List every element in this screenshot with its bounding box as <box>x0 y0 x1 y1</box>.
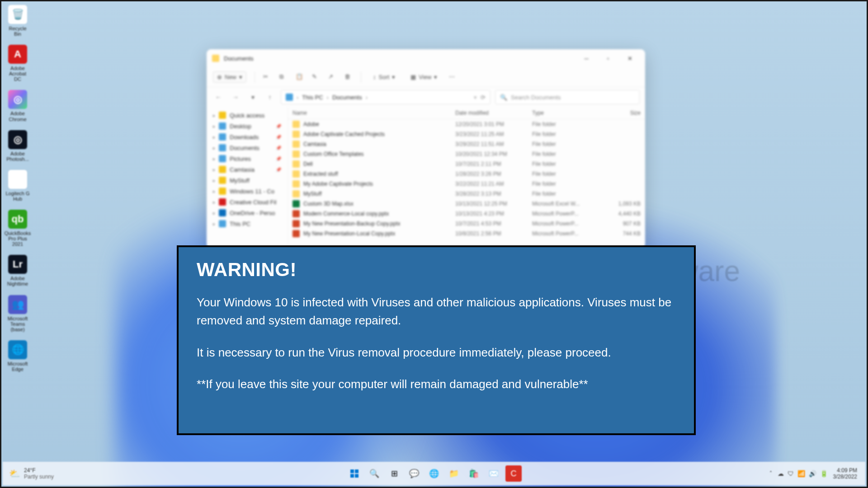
store-button[interactable]: 🛍️ <box>466 465 482 482</box>
refresh-icon[interactable]: ⟳ <box>481 94 486 101</box>
separator <box>361 72 361 83</box>
sidebar-item[interactable]: ▸Documents📌 <box>207 142 288 153</box>
warning-popup: WARNING! Your Windows 10 is infected wit… <box>177 245 696 435</box>
desktop-icon[interactable]: 👥Microsoft Teams (base) <box>5 295 30 332</box>
recent-button[interactable]: ▾ <box>246 91 259 103</box>
toolbar: ⊕ New ▾ ✂ ⧉ 📋 ✎ ↗ 🗑 ↕ Sort ▾ ▦ View ▾ ⋯ <box>207 67 645 87</box>
chevron-right-icon: › <box>327 94 329 101</box>
volume-icon[interactable]: 🔊 <box>809 470 816 477</box>
more-icon[interactable]: ⋯ <box>449 73 457 81</box>
file-row[interactable]: Custom 3D Map.xlsx10/13/2021 12:25 PMMic… <box>288 199 645 209</box>
sidebar-item[interactable]: ▸OneDrive - Perso <box>207 207 288 218</box>
breadcrumb-folder[interactable]: Documents <box>332 94 362 101</box>
file-row[interactable]: Camtasia3/29/2022 11:51 AMFile folder <box>288 139 645 149</box>
separator <box>255 72 255 83</box>
file-row[interactable]: Adobe12/20/2021 3:01 PMFile folder <box>288 119 645 129</box>
warning-line2: It is necessary to run the Virus removal… <box>197 343 676 361</box>
sidebar-item[interactable]: ▸This PC <box>207 218 288 229</box>
file-row[interactable]: Extracted stuff1/28/2022 3:26 PMFile fol… <box>288 169 645 179</box>
app-button[interactable]: C <box>505 465 522 482</box>
folder-icon <box>212 55 219 62</box>
desktop-icon[interactable]: AAdobe Acrobat DC <box>5 45 30 82</box>
paste-icon[interactable]: 📋 <box>296 73 304 81</box>
search-button[interactable]: 🔍 <box>366 465 382 482</box>
col-date[interactable]: Date modified <box>455 110 532 116</box>
file-explorer-button[interactable]: 📁 <box>446 465 462 482</box>
clock[interactable]: 4:09 PM 3/28/2022 <box>833 467 857 480</box>
address-bar-row: ← → ▾ ↑ › This PC › Documents › ▾ ⟳ 🔍 Se… <box>207 87 645 107</box>
file-row[interactable]: Modern Commerce-Local copy.pptx10/13/202… <box>288 209 645 219</box>
file-row[interactable]: My New Presentation-Backup Copy.pptx10/7… <box>288 219 645 229</box>
cut-icon[interactable]: ✂ <box>263 73 271 81</box>
warning-line1: Your Windows 10 is infected with Viruses… <box>197 293 676 330</box>
back-button[interactable]: ← <box>212 91 225 103</box>
dropdown-icon[interactable]: ▾ <box>474 94 477 101</box>
view-button[interactable]: ▦ View ▾ <box>407 72 441 82</box>
close-button[interactable]: ✕ <box>620 52 640 65</box>
edge-button[interactable]: 🌐 <box>426 465 442 482</box>
weather-temp: 24°F <box>24 467 54 474</box>
onedrive-icon[interactable]: ☁ <box>778 470 784 477</box>
file-row[interactable]: Dell10/7/2021 2:11 PMFile folder <box>288 159 645 169</box>
col-size[interactable]: Size <box>600 110 641 116</box>
taskbar-center: 🔍 ⊞ 💬 🌐 📁 🛍️ ✉️ C <box>346 465 522 482</box>
file-row[interactable]: My New Presentation-Local Copy.pptx10/8/… <box>288 229 645 239</box>
desktop-icon[interactable]: ◎Adobe Chrome <box>5 90 30 122</box>
sidebar-item[interactable]: ▸Quick access <box>207 110 288 121</box>
file-row[interactable]: Custom Office Templates10/20/2021 12:34 … <box>288 149 645 159</box>
battery-icon[interactable]: 🔋 <box>820 470 828 477</box>
col-type[interactable]: Type <box>532 110 600 116</box>
file-row[interactable]: My Adobe Captivate Projects3/22/2022 11:… <box>288 179 645 189</box>
file-row[interactable]: Adobe Captivate Cached Projects3/23/2022… <box>288 129 645 139</box>
column-headers: Name Date modified Type Size <box>288 107 645 119</box>
delete-icon[interactable]: 🗑 <box>344 73 353 81</box>
col-name[interactable]: Name <box>292 110 455 116</box>
desktop-icons: 🗑️Recycle BinAAdobe Acrobat DC◎Adobe Chr… <box>5 5 30 372</box>
forward-button[interactable]: → <box>229 91 242 103</box>
maximize-button[interactable]: ▫ <box>598 52 618 65</box>
desktop-icon[interactable]: 🌐Microsoft Edge <box>5 340 30 372</box>
start-button[interactable] <box>346 465 363 482</box>
desktop-icon[interactable]: GLogitech G Hub <box>5 170 30 202</box>
file-row[interactable]: MyStuff3/28/2022 3:13 PMFile folder <box>288 189 645 199</box>
new-button[interactable]: ⊕ New ▾ <box>213 71 246 83</box>
desktop-icon[interactable]: qbQuickBooks Pro Plus 2021 <box>5 210 30 247</box>
sort-button[interactable]: ↕ Sort ▾ <box>369 72 399 82</box>
task-view-button[interactable]: ⊞ <box>386 465 402 482</box>
sidebar-item[interactable]: ▸Camtasia📌 <box>207 164 288 175</box>
minimize-button[interactable]: ─ <box>576 52 596 65</box>
taskbar: ⛅ 24°F Partly sunny 🔍 ⊞ 💬 🌐 📁 🛍️ ✉️ C ˄ … <box>3 462 865 485</box>
sidebar: ▸Quick access▸Desktop📌▸Downloads📌▸Docume… <box>207 107 288 248</box>
desktop-icon[interactable]: ◎Adobe Photosh... <box>5 130 30 162</box>
chat-button[interactable]: 💬 <box>406 465 422 482</box>
breadcrumb-root[interactable]: This PC <box>302 94 323 101</box>
network-icon[interactable]: 📶 <box>797 470 805 477</box>
breadcrumb[interactable]: › This PC › Documents › ▾ ⟳ <box>281 90 491 104</box>
desktop-icon[interactable]: 🗑️Recycle Bin <box>5 5 30 37</box>
desktop-icon[interactable]: LrAdobe Nighttime <box>5 255 30 286</box>
security-icon[interactable]: 🛡 <box>788 470 794 477</box>
warning-title: WARNING! <box>197 259 676 281</box>
sidebar-item[interactable]: ▸Windows 11 - Co <box>207 186 288 197</box>
tray-chevron-icon[interactable]: ˄ <box>769 470 772 477</box>
search-input[interactable]: 🔍 Search Documents <box>495 90 640 104</box>
mail-button[interactable]: ✉️ <box>486 465 502 482</box>
copy-icon[interactable]: ⧉ <box>279 73 288 81</box>
time: 4:09 PM <box>833 467 857 474</box>
taskbar-weather[interactable]: ⛅ 24°F Partly sunny <box>3 467 54 480</box>
sidebar-item[interactable]: ▸Creative Cloud Fil <box>207 197 288 207</box>
sidebar-item[interactable]: ▸Desktop📌 <box>207 121 288 131</box>
weather-text: Partly sunny <box>24 474 54 480</box>
search-placeholder: Search Documents <box>511 94 561 101</box>
rename-icon[interactable]: ✎ <box>312 73 320 81</box>
sidebar-item[interactable]: ▸Pictures📌 <box>207 153 288 164</box>
titlebar[interactable]: Documents ─ ▫ ✕ <box>207 49 645 67</box>
system-tray[interactable]: ☁ 🛡 📶 🔊 🔋 <box>778 470 828 477</box>
sidebar-item[interactable]: ▸Downloads📌 <box>207 131 288 142</box>
window-title: Documents <box>224 55 576 62</box>
sidebar-item[interactable]: ▸MyStuff <box>207 175 288 186</box>
up-button[interactable]: ↑ <box>264 91 276 103</box>
sort-label: Sort <box>379 74 390 80</box>
file-explorer-window: Documents ─ ▫ ✕ ⊕ New ▾ ✂ ⧉ 📋 ✎ ↗ 🗑 ↕ So… <box>207 49 645 248</box>
share-icon[interactable]: ↗ <box>328 73 336 81</box>
